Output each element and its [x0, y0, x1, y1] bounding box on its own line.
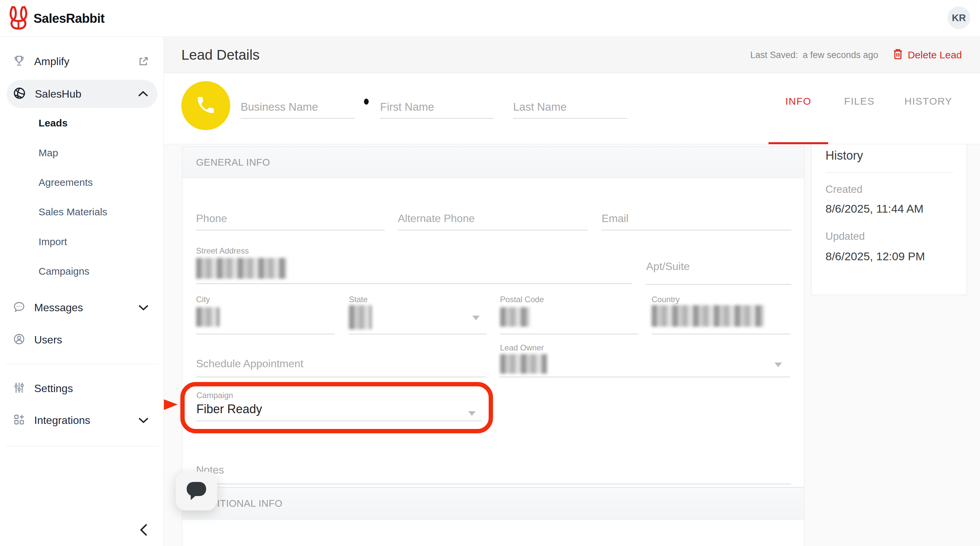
city-underline: [196, 334, 335, 334]
chevron-down-icon[interactable]: [138, 304, 149, 311]
user-avatar[interactable]: KR: [948, 6, 970, 29]
country-label: Country: [652, 295, 680, 304]
messenger-bubble-icon: [185, 479, 207, 503]
tab-history[interactable]: HISTORY: [895, 96, 962, 107]
last-saved-label: Last Saved:: [750, 50, 798, 61]
email-field[interactable]: Email: [601, 212, 628, 225]
required-dot: [364, 99, 369, 105]
first-name-field[interactable]: First Name: [380, 101, 434, 113]
business-name-underline: [241, 118, 355, 119]
salesrabbit-logo-icon: [8, 5, 29, 32]
alternate-phone-underline: [398, 230, 588, 230]
general-info-section-title: GENERAL INFO: [182, 147, 804, 178]
lead-owner-dropdown-arrow-icon[interactable]: [775, 362, 782, 367]
additional-info-section-title: ADDITIONAL INFO: [182, 488, 804, 519]
sidebar-item-saleshub[interactable]: SalesHub: [7, 80, 158, 108]
city-redacted-value[interactable]: [196, 307, 220, 327]
campaign-value[interactable]: Fiber Ready: [196, 402, 262, 416]
schedule-appointment-field[interactable]: Schedule Appointment: [196, 358, 303, 370]
sidebar-item-integrations[interactable]: Integrations: [0, 409, 164, 431]
chevron-left-icon: [139, 524, 148, 538]
sidebar-item-amplify[interactable]: Amplify: [0, 50, 164, 72]
created-label: Created: [826, 184, 862, 196]
app-screen: SalesRabbit KR Amplify: [0, 0, 980, 546]
campaign-underline: [196, 421, 482, 421]
sidebar-item-leads[interactable]: Leads: [38, 117, 68, 129]
postal-code-redacted-value[interactable]: [500, 307, 530, 327]
campaign-dropdown-arrow-icon[interactable]: [468, 411, 476, 416]
phone-underline: [196, 230, 385, 230]
phone-icon: [195, 94, 216, 117]
top-bar: SalesRabbit KR: [0, 0, 980, 37]
created-value: 8/6/2025, 11:44 AM: [826, 202, 923, 215]
state-redacted-value[interactable]: [349, 305, 372, 329]
sidebar-item-settings[interactable]: Settings: [0, 377, 164, 399]
postal-code-label: Postal Code: [500, 295, 544, 304]
sidebar: Amplify SalesHub: [0, 37, 164, 546]
page-header: Lead Details Last Saved: a few seconds a…: [164, 37, 980, 73]
alternate-phone-field[interactable]: Alternate Phone: [398, 212, 475, 225]
lead-owner-label: Lead Owner: [500, 343, 544, 353]
sidebar-item-label: Amplify: [34, 55, 69, 68]
tab-info[interactable]: INFO: [767, 96, 829, 107]
phone-field[interactable]: Phone: [196, 212, 227, 225]
apt-suite-field[interactable]: Apt/Suite: [646, 260, 690, 273]
external-link-icon[interactable]: [138, 56, 149, 67]
lead-identity-band: Business Name First Name Last Name INFO …: [164, 73, 980, 144]
postal-code-underline: [500, 334, 638, 334]
last-name-underline: [513, 118, 627, 119]
street-address-label: Street Address: [196, 246, 249, 255]
chat-launcher-button[interactable]: [176, 471, 217, 511]
state-dropdown-arrow-icon[interactable]: [472, 316, 480, 320]
sidebar-item-sales-materials[interactable]: Sales Materials: [38, 206, 107, 218]
lead-owner-underline: [500, 377, 790, 377]
sidebar-item-label: SalesHub: [35, 88, 81, 100]
lead-owner-redacted-value[interactable]: [500, 354, 547, 374]
saleshub-globe-icon: [13, 86, 26, 101]
delete-lead-label: Delete Lead: [908, 49, 962, 61]
updated-value: 8/6/2025, 12:09 PM: [826, 250, 925, 263]
general-info-card: GENERAL INFO Phone Alternate Phone Email…: [182, 147, 804, 487]
sidebar-item-label: Users: [34, 334, 62, 346]
integrations-grid-icon: [13, 413, 25, 427]
chevron-up-icon[interactable]: [137, 91, 149, 97]
last-saved-status: Last Saved: a few seconds ago: [750, 50, 878, 61]
business-name-field[interactable]: Business Name: [241, 101, 318, 113]
sidebar-item-users[interactable]: Users: [0, 329, 164, 351]
sidebar-item-label: Messages: [34, 302, 83, 314]
street-address-underline: [196, 283, 632, 284]
state-label: State: [349, 295, 368, 304]
header-actions: Last Saved: a few seconds ago Delete Lea…: [750, 37, 962, 73]
country-redacted-value[interactable]: [652, 305, 764, 327]
history-panel: History Created 8/6/2025, 11:44 AM Updat…: [811, 140, 967, 295]
street-address-redacted-value[interactable]: [196, 258, 286, 279]
page-title: Lead Details: [181, 37, 259, 73]
sidebar-item-campaigns[interactable]: Campaigns: [38, 266, 89, 277]
chat-bubble-icon: [13, 300, 25, 315]
delete-lead-button[interactable]: Delete Lead: [893, 48, 962, 62]
apt-suite-underline: [646, 284, 791, 285]
schedule-appointment-underline: [196, 377, 486, 377]
user-circle-icon: [13, 333, 25, 347]
sidebar-item-agreements[interactable]: Agreements: [38, 177, 93, 188]
notes-underline: [196, 484, 791, 484]
brand: SalesRabbit: [8, 4, 105, 33]
last-saved-value: a few seconds ago: [803, 50, 878, 61]
sidebar-item-messages[interactable]: Messages: [0, 297, 164, 319]
chevron-down-icon[interactable]: [138, 417, 149, 423]
tab-files[interactable]: FILES: [832, 96, 886, 107]
sidebar-item-map[interactable]: Map: [38, 147, 58, 159]
active-tab-indicator: [768, 142, 828, 144]
sidebar-item-import[interactable]: Import: [38, 236, 67, 247]
brand-name: SalesRabbit: [33, 11, 105, 26]
campaign-label: Campaign: [196, 391, 233, 400]
sidebar-divider: [6, 364, 159, 364]
last-name-field[interactable]: Last Name: [513, 101, 567, 113]
sidebar-collapse-button[interactable]: [137, 523, 150, 538]
history-panel-title: History: [826, 148, 863, 163]
sliders-icon: [13, 382, 25, 396]
history-divider: [826, 172, 953, 173]
country-underline: [652, 334, 790, 334]
updated-label: Updated: [826, 230, 865, 243]
lead-status-phone-badge[interactable]: [181, 81, 230, 130]
